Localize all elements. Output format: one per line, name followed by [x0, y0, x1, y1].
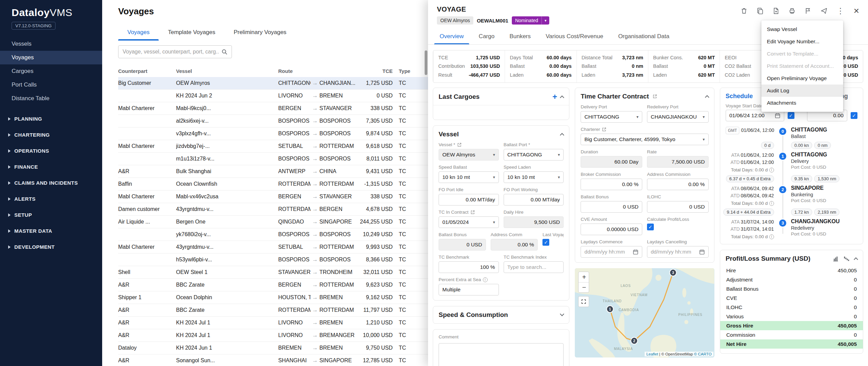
lock-checkbox[interactable]: ✓	[851, 112, 857, 119]
sidebar-section[interactable]: OPERATIONS	[0, 143, 102, 159]
bar-chart-icon[interactable]	[833, 256, 839, 262]
start-date-checkbox[interactable]: ✓	[788, 112, 794, 119]
leaflet-link[interactable]: Leaflet	[646, 352, 658, 356]
sidebar-section[interactable]: MASTER DATA	[0, 223, 102, 239]
close-icon[interactable]: ×	[854, 6, 859, 16]
context-menu-item[interactable]: Convert to Template...	[761, 48, 843, 60]
map-marker-3[interactable]: 3	[670, 269, 676, 276]
context-menu-item[interactable]: Print Statement of Account...	[761, 60, 843, 72]
context-menu-item[interactable]: Attachments	[761, 97, 843, 109]
route-to: STAVANGER	[319, 194, 359, 200]
main-tab[interactable]: Voyages	[118, 26, 159, 41]
info-icon: i	[769, 234, 774, 239]
ballast-port-select[interactable]: CHITTAGONG▾	[504, 149, 564, 161]
fo-port-idle-input[interactable]: 0.00 MT/day	[439, 194, 499, 205]
cell-route: SETUBAL → ROTTERDAM	[278, 143, 359, 150]
comment-textarea[interactable]	[439, 343, 564, 366]
external-link-icon[interactable]	[602, 127, 606, 132]
delivery-port-select[interactable]: CHITTAGONG▾	[581, 111, 642, 123]
external-link-icon[interactable]	[470, 210, 475, 215]
calculate-pl-checkbox[interactable]: ✓	[647, 224, 654, 230]
sidebar-section[interactable]: PLANNING	[0, 111, 102, 127]
map-marker-2[interactable]: 2	[631, 337, 637, 344]
panel-tab[interactable]: Overview	[432, 29, 471, 44]
panel-tab[interactable]: Organisational Data	[611, 29, 677, 44]
tc-benchmark-input[interactable]: 100 %	[439, 261, 499, 273]
tab-schedule[interactable]: Schedule	[726, 93, 753, 100]
percent-extra-input[interactable]: Multiple	[439, 284, 499, 295]
expand-down-icon[interactable]	[560, 312, 564, 316]
search-input[interactable]	[123, 49, 219, 55]
calendar-icon[interactable]	[633, 249, 638, 255]
context-menu-item[interactable]: Edit Voyage Number...	[761, 35, 843, 48]
main-tab[interactable]: Preliminary Voyages	[224, 26, 296, 41]
map-marker-1[interactable]: 1	[607, 306, 613, 312]
external-link-icon[interactable]	[457, 142, 462, 147]
calendar-icon[interactable]	[699, 249, 705, 255]
search-icon[interactable]	[221, 49, 227, 55]
collapse-up-icon[interactable]	[705, 95, 709, 100]
calendar-icon[interactable]	[775, 113, 780, 119]
cell-type: TC	[393, 143, 416, 149]
context-menu-item[interactable]: Audit Log	[761, 85, 843, 97]
pl-value: 450,005	[838, 323, 857, 329]
sidebar-section[interactable]: SETUP	[0, 207, 102, 223]
route-map[interactable]: LAOS THAILAND VIETNAM CAMBODIA MALAYSIA …	[575, 268, 714, 357]
sidebar-item[interactable]: Port Calls	[0, 78, 102, 92]
osm-link[interactable]: | © OpenStreetMap	[659, 352, 693, 356]
speed-laden-select[interactable]: 10 kn 10 mt▾	[504, 171, 564, 183]
cell-type: TC	[393, 307, 416, 313]
export-icon[interactable]	[773, 7, 779, 14]
sidebar-section[interactable]: DEVELOPMENT	[0, 239, 102, 255]
sidebar-item[interactable]: Distance Table	[0, 92, 102, 105]
address-commission-input[interactable]: 0.00 %	[647, 179, 709, 190]
collapse-up-icon[interactable]	[854, 257, 858, 262]
context-menu-item[interactable]: Open Preliminary Voyage	[761, 72, 843, 85]
broker-commission-input[interactable]: 0.00 %	[581, 179, 642, 190]
print-icon[interactable]	[789, 7, 795, 14]
panel-tab[interactable]: Cargo	[471, 29, 502, 44]
fo-port-working-input[interactable]: 0.00 MT/day	[504, 194, 564, 205]
context-menu-item[interactable]: Swap Vessel	[761, 23, 843, 35]
scrollbar-thumb[interactable]	[425, 50, 427, 75]
zoom-out-button[interactable]: −	[579, 282, 589, 292]
tc-in-contract-select[interactable]: 01/05/2024▾	[439, 216, 499, 228]
panel-tab[interactable]: Various Cost/Revenue	[538, 29, 611, 44]
sidebar-section[interactable]: ALERTS	[0, 191, 102, 207]
carto-link[interactable]: © CARTO	[694, 352, 712, 356]
waterfall-chart-icon[interactable]	[843, 256, 850, 262]
route-from: SETUBAL	[278, 143, 311, 149]
sidebar-section[interactable]: FINANCE	[0, 159, 102, 175]
sidebar-item[interactable]: Voyages	[0, 51, 102, 64]
copy-icon[interactable]	[757, 7, 763, 14]
tc-benchmark-index-input[interactable]: Type to search...	[504, 261, 564, 273]
cve-amount-input[interactable]: 0.00000 USD	[581, 224, 642, 235]
zoom-in-button[interactable]: +	[579, 272, 589, 282]
sidebar-item[interactable]: Vessels	[0, 37, 102, 51]
laydays-commence-input[interactable]: dd/mm/yy hh:mm	[581, 246, 642, 258]
external-link-icon[interactable]	[652, 94, 657, 99]
delete-icon[interactable]	[741, 7, 747, 14]
tc-ballast-bonus-input[interactable]: 0 USD	[581, 201, 642, 213]
kebab-menu-icon[interactable]: ⋮	[837, 7, 845, 15]
collapse-up-icon[interactable]	[560, 95, 564, 100]
redelivery-port-select[interactable]: CHANGJIANGKOU▾	[647, 111, 709, 123]
main-tab[interactable]: Template Voyages	[159, 26, 224, 41]
vessel-select[interactable]: OEW Almyros▾	[439, 149, 499, 161]
panel-tab[interactable]: Bunkers	[502, 29, 538, 44]
add-cargo-button[interactable]: +	[552, 93, 557, 101]
flag-icon[interactable]	[805, 7, 811, 14]
sidebar-item[interactable]: Cargoes	[0, 64, 102, 78]
share-icon[interactable]	[821, 7, 827, 14]
kpi-value: 0 USD	[843, 71, 858, 79]
sidebar-section[interactable]: CLAIMS AND INCIDENTS	[0, 175, 102, 191]
charterer-select[interactable]: Big Customer, Charterer, 45999, Tokyo▾	[581, 134, 708, 145]
sidebar-section[interactable]: CHARTERING	[0, 127, 102, 143]
speed-ballast-select[interactable]: 10 kn 10 mt▾	[439, 171, 499, 183]
last-voyage-checkbox[interactable]: ✓	[542, 239, 549, 246]
collapse-up-icon[interactable]	[560, 133, 564, 137]
laydays-cancelling-input[interactable]: dd/mm/yy hh:mm	[647, 246, 709, 258]
ilohc-input[interactable]: 0 USD	[647, 201, 709, 213]
status-badge[interactable]: Nominated ▾	[512, 16, 549, 25]
fullscreen-button[interactable]	[578, 296, 589, 307]
